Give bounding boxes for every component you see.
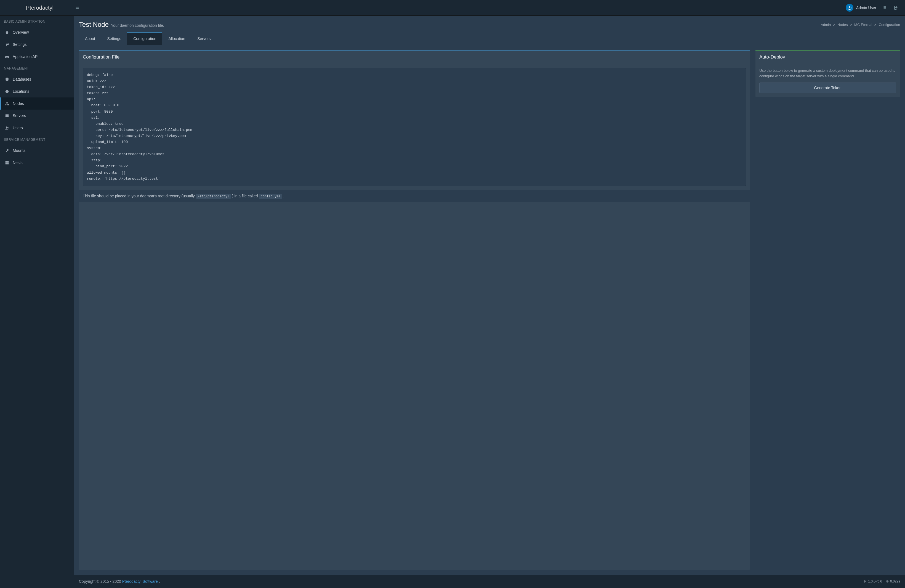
page-subtitle: Your daemon configuration file. [111, 23, 164, 28]
svg-rect-13 [5, 116, 8, 117]
sidebar-item-locations[interactable]: Locations [0, 85, 74, 97]
svg-rect-5 [884, 9, 886, 9]
tab-configuration[interactable]: Configuration [127, 32, 162, 45]
logout-button[interactable] [892, 4, 899, 11]
sidebar-item-label: Locations [13, 89, 29, 94]
svg-rect-19 [7, 161, 8, 162]
sidebar-item-users[interactable]: Users [0, 122, 74, 134]
sitemap-icon [5, 102, 10, 106]
footer: Copyright © 2015 - 2020 Pterodactyl Soft… [74, 575, 905, 588]
footer-version: 1.0.0-rc.6 [864, 579, 882, 583]
sidebar-item-application-api[interactable]: Application API [0, 51, 74, 63]
generate-token-button[interactable]: Generate Token [759, 83, 896, 93]
sidebar-section-header: MANAGEMENT [0, 63, 74, 73]
time-text: 0.022s [890, 579, 900, 583]
config-file-panel: Configuration File debug: false uuid: zz… [79, 50, 750, 570]
sidebar-item-nests[interactable]: Nests [0, 157, 74, 168]
sidebar-section-header: SERVICE MANAGEMENT [0, 134, 74, 145]
th-large-icon [5, 161, 10, 165]
svg-point-24 [866, 580, 866, 581]
brand-logo[interactable]: Pterodactyl [6, 5, 74, 11]
user-name: Admin User [856, 6, 876, 10]
avatar [846, 4, 853, 11]
footer-code-path: /etc/pterodactyl [196, 194, 231, 199]
sidebar: BASIC ADMINISTRATIONOverviewSettingsAppl… [0, 16, 74, 588]
svg-rect-11 [8, 104, 8, 105]
list-icon [882, 6, 886, 10]
svg-rect-9 [5, 104, 6, 105]
sidebar-item-label: Overview [13, 30, 29, 35]
svg-point-17 [7, 127, 8, 128]
sidebar-item-label: Nests [13, 161, 23, 165]
svg-rect-10 [6, 104, 8, 105]
page-title: Test Node [79, 21, 109, 29]
server-icon [5, 114, 10, 118]
copyright-post: . [159, 579, 160, 583]
sign-out-icon [894, 6, 898, 10]
svg-rect-12 [5, 114, 8, 115]
sidebar-item-databases[interactable]: Databases [0, 73, 74, 85]
footer-time: 0.022s [886, 579, 900, 583]
tab-allocation[interactable]: Allocation [162, 32, 191, 45]
gamepad-icon [5, 55, 10, 59]
tabs: AboutSettingsConfigurationAllocationServ… [74, 32, 905, 45]
footer-text-pre: This file should be placed in your daemo… [83, 194, 196, 198]
users-icon [5, 126, 10, 130]
sidebar-item-label: Databases [13, 77, 31, 81]
footer-code-filename: config.yml [259, 194, 282, 199]
breadcrumb-separator: > [874, 23, 876, 27]
wrench-icon [5, 43, 10, 47]
breadcrumb-separator: > [850, 23, 852, 27]
sidebar-item-label: Users [13, 126, 23, 130]
breadcrumb-item[interactable]: Admin [821, 23, 831, 27]
footer-text-mid: ) in a file called [232, 194, 259, 198]
copyright-pre: Copyright © 2015 - 2020 [79, 579, 122, 583]
tab-settings[interactable]: Settings [101, 32, 127, 45]
svg-rect-8 [6, 102, 8, 103]
svg-rect-1 [884, 6, 886, 7]
sidebar-section-header: BASIC ADMINISTRATION [0, 16, 74, 26]
svg-rect-20 [5, 163, 6, 164]
tab-about[interactable]: About [79, 32, 101, 45]
copyright-link[interactable]: Pterodactyl Software [122, 579, 158, 583]
code-branch-icon [864, 580, 867, 583]
database-icon [5, 77, 10, 81]
svg-point-14 [6, 115, 6, 115]
sidebar-item-overview[interactable]: Overview [0, 26, 74, 38]
home-icon [5, 30, 10, 35]
tab-servers[interactable]: Servers [191, 32, 217, 45]
svg-rect-0 [883, 6, 883, 7]
version-text: 1.0.0-rc.6 [868, 579, 882, 583]
bars-icon [75, 6, 79, 10]
svg-rect-21 [7, 163, 8, 164]
config-code-block[interactable]: debug: false uuid: zzz token_id: zzz tok… [83, 68, 746, 186]
breadcrumb-item: Configuration [879, 23, 900, 27]
footer-text-post: . [283, 194, 284, 198]
config-panel-title: Configuration File [79, 51, 750, 64]
svg-rect-18 [5, 161, 6, 162]
svg-point-16 [6, 126, 7, 128]
power-icon [847, 6, 852, 10]
svg-rect-2 [883, 8, 883, 8]
deploy-help-text: Use the button below to generate a custo… [759, 68, 896, 79]
breadcrumb: Admin>Nodes>MC Eternal>Configuration [821, 23, 900, 27]
sidebar-item-mounts[interactable]: Mounts [0, 145, 74, 157]
exit-admin-button[interactable] [881, 4, 888, 11]
sidebar-item-label: Servers [13, 113, 26, 118]
top-header: Pterodactyl Admin User [0, 0, 905, 16]
breadcrumb-separator: > [833, 23, 835, 27]
sidebar-toggle[interactable] [74, 5, 81, 11]
main-content: Test Node Your daemon configuration file… [74, 16, 905, 588]
sidebar-item-settings[interactable]: Settings [0, 38, 74, 51]
globe-icon [5, 89, 10, 94]
page-title-wrap: Test Node Your daemon configuration file… [79, 21, 164, 29]
sidebar-item-label: Mounts [13, 148, 25, 153]
user-menu[interactable]: Admin User [846, 4, 876, 11]
breadcrumb-item[interactable]: Nodes [837, 23, 848, 27]
svg-point-23 [864, 582, 865, 582]
sidebar-item-label: Nodes [13, 101, 24, 106]
sidebar-item-servers[interactable]: Servers [0, 110, 74, 122]
sidebar-item-nodes[interactable]: Nodes [0, 97, 74, 110]
deploy-panel-title: Auto-Deploy [756, 51, 900, 64]
breadcrumb-item[interactable]: MC Eternal [854, 23, 872, 27]
